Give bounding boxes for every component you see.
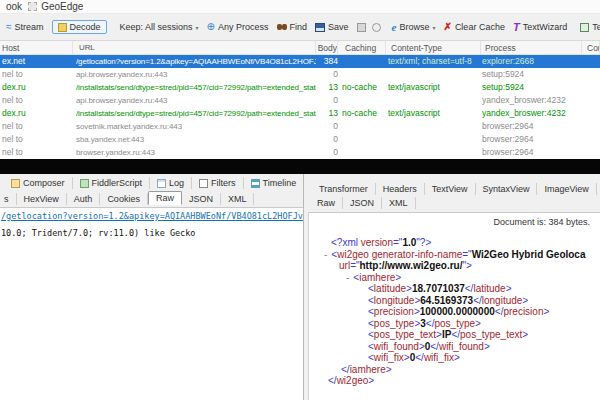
session-row[interactable]: nel tosovetnik.market.yandex.ru:4430brow… [0, 120, 600, 133]
cell-url: api.browser.yandex.ru:443 [76, 94, 316, 107]
column-header-url[interactable]: URL [76, 41, 316, 55]
tab-label: Log [169, 178, 184, 188]
xml-token: latitude [473, 283, 505, 294]
column-header-content-type[interactable]: Content-Type [388, 41, 481, 55]
collapse-marker-icon[interactable]: - [324, 249, 327, 260]
session-row[interactable]: nel tosba.yandex.net:4430browser:2964 [0, 133, 600, 146]
tab-timeline[interactable]: Timeline [244, 177, 303, 189]
column-header-process[interactable]: Process [482, 41, 582, 55]
column-header-body[interactable]: Body [310, 41, 338, 55]
request-url-link[interactable]: /getlocation?version=1.2&apikey=AQIAAHBW… [0, 208, 303, 221]
find-icon [277, 24, 282, 30]
tab-headers[interactable]: Headers [376, 183, 425, 195]
tab-transformer[interactable]: Transformer [312, 183, 376, 195]
tearoff-label: Tearoff [592, 22, 600, 32]
menu-item-partial[interactable]: ook [6, 1, 22, 12]
text-wizard-button[interactable]: T TextWizard [513, 22, 567, 32]
cell-process: browser:2964 [482, 133, 582, 146]
tab-json[interactable]: JSON [182, 193, 221, 205]
cell-content-type [388, 146, 481, 159]
session-row[interactable]: dex.ru/installstats/send/dtype=stred/pid… [0, 81, 600, 94]
tab-label: Auth [74, 194, 93, 204]
save-label: Save [328, 22, 349, 32]
keep-sessions-dropdown[interactable]: Keep: All sessions ▾ [120, 22, 199, 32]
browser-icon: e [392, 22, 397, 32]
save-icon [315, 23, 325, 32]
xml-tree-view[interactable]: <?xml version="1.0"?>-<wi2geo generator-… [309, 237, 600, 387]
document-size-info: Document is: 384 bytes. [309, 213, 600, 227]
tab-cookies[interactable]: Cookies [100, 193, 148, 205]
keep-sessions-label: Keep: All sessions [120, 22, 193, 32]
cell-body: 0 [310, 146, 338, 159]
tab-label: FiddlerScript [92, 178, 143, 188]
tab-fiddlerscript[interactable]: FiddlerScript [73, 177, 151, 189]
tab-syntaxview[interactable]: SyntaxView [476, 183, 538, 195]
decode-toggle-button[interactable]: Decode [52, 20, 107, 34]
tab-log[interactable]: Log [150, 177, 192, 189]
cell-url: sba.yandex.net:443 [76, 133, 316, 146]
browse-button[interactable]: e Browse ▾ [392, 22, 436, 32]
tab-label: ImageView [544, 184, 588, 194]
cell-caching [342, 55, 386, 68]
response-inspector-tabs-row1: TransformerHeadersTextViewSyntaxViewImag… [308, 178, 600, 196]
tab-composer[interactable]: Composer [4, 177, 73, 189]
tab-textview[interactable]: TextView [425, 183, 476, 195]
timer-icon [372, 23, 381, 32]
session-row[interactable]: ex.net/getlocation?version=1.2&apikey=AQ… [0, 55, 600, 68]
session-row[interactable]: dex.ru/installstats/send/dtype=stred/pid… [0, 107, 600, 120]
xml-line: -<iamhere> [324, 272, 600, 284]
tab-xml[interactable]: XML [221, 193, 255, 205]
xml-token: precision [374, 306, 414, 317]
collapse-marker-icon[interactable]: - [346, 272, 349, 283]
tab-hexview[interactable]: HexView [17, 193, 67, 205]
xml-token: latitude [374, 283, 406, 294]
cell-content-type: text/javascript [388, 81, 481, 94]
session-row[interactable]: nel tobrowser.yandex.ru:4430browser:2964 [0, 146, 600, 159]
tab-label: TextView [432, 184, 468, 194]
xml-token: > [475, 318, 481, 329]
quickexec-command-line[interactable] [0, 159, 600, 174]
find-button[interactable]: Find [277, 22, 308, 32]
cell-host: ex.net [0, 55, 73, 68]
tab-label: Cookies [107, 194, 140, 204]
save-button[interactable]: Save [315, 22, 349, 32]
xml-token: IP [442, 329, 451, 340]
stream-button[interactable]: ≈ Stream [6, 22, 44, 32]
column-header-host[interactable]: Host [0, 41, 73, 55]
cell-body: 0 [310, 133, 338, 146]
tab-json[interactable]: JSON [343, 197, 382, 209]
session-row[interactable]: nel toapi.browser.yandex.ru:4430setup:59… [0, 68, 600, 81]
tearoff-button[interactable]: Tearoff [580, 22, 600, 32]
tab-imageview[interactable]: ImageView [537, 183, 596, 195]
geoedge-icon [28, 2, 37, 11]
cell-process: setup:5924 [482, 68, 582, 81]
xml-line: -<wi2geo generator-info-name="Wi2Geo Hyb… [324, 249, 600, 261]
response-panel: TransformerHeadersTextViewSyntaxViewImag… [303, 174, 600, 400]
tab-raw[interactable]: Raw [310, 197, 343, 209]
request-panel: ComposerFiddlerScriptLogFiltersTimelineA… [0, 174, 303, 400]
tab-xml[interactable]: XML [382, 197, 416, 209]
cell-host: nel to [0, 94, 73, 107]
xml-token: </ [473, 295, 482, 306]
any-process-button[interactable]: ⊕ Any Process [207, 22, 269, 32]
clear-cache-icon: ✗ [443, 22, 451, 32]
screenshot-button[interactable] [357, 23, 384, 32]
clear-cache-button[interactable]: ✗ Clear Cache [443, 22, 504, 32]
tab-raw[interactable]: Raw [148, 191, 182, 205]
tab-s[interactable]: s [2, 193, 17, 205]
tab-auth[interactable]: Auth [67, 193, 101, 205]
request-main-tabs: ComposerFiddlerScriptLogFiltersTimelineA… [0, 174, 303, 190]
cell-content-type [388, 120, 481, 133]
session-row[interactable]: nel toapi.browser.yandex.ru:4430yandex_b… [0, 94, 600, 107]
tab-filters[interactable]: Filters [192, 177, 244, 189]
xml-token: wi2geo [337, 249, 369, 260]
menu-item-geoedge[interactable]: GeoEdge [28, 1, 83, 12]
cell-process: browser:2964 [482, 146, 582, 159]
cell-caching [342, 146, 386, 159]
tab-label: XML [389, 198, 408, 208]
request-raw-view[interactable]: /getlocation?version=1.2&apikey=AQIAAHBW… [0, 207, 303, 400]
request-useragent-fragment: 10.0; Trident/7.0; rv:11.0) like Gecko [0, 221, 303, 238]
column-header-caching[interactable]: Caching [342, 41, 386, 55]
xml-token: > [506, 283, 512, 294]
column-header-comm[interactable]: Comm [584, 41, 600, 55]
